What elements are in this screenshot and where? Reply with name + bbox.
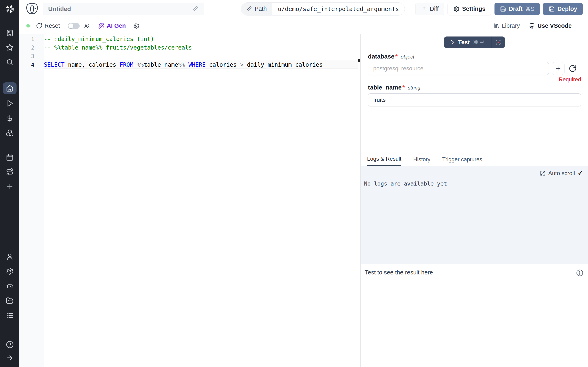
code-line[interactable]: 4SELECT name, calories FROM %%table_name… <box>44 60 358 69</box>
path-label-segment: Path <box>241 3 272 15</box>
arrow-right-icon[interactable] <box>0 354 19 362</box>
test-button-group: Test ⌘↵ <box>444 36 505 48</box>
required-hint: Required <box>368 76 581 83</box>
use-vscode-button[interactable]: Use VScode <box>529 22 572 29</box>
table-name-input[interactable]: fruits <box>368 93 581 106</box>
status-dot <box>26 24 30 27</box>
calendar-icon[interactable] <box>0 154 19 161</box>
overview-ruler-mark <box>358 59 360 62</box>
add-resource-button[interactable] <box>552 62 564 75</box>
database-field-label: database * object <box>368 53 581 60</box>
refresh-resources-button[interactable] <box>569 64 577 73</box>
code-line[interactable]: 3 <box>44 52 358 60</box>
library-icon <box>493 23 500 29</box>
database-placeholder: postgresql resource <box>373 65 424 72</box>
reset-label: Reset <box>44 22 60 29</box>
path-button[interactable]: Path u/demo/safe_interpolated_arguments <box>241 2 405 16</box>
logs-pane: Auto scroll ✓ No logs are available yet <box>361 166 588 264</box>
editor-settings-icon[interactable] <box>133 23 139 29</box>
pencil-icon <box>246 6 252 12</box>
sidebar-item-home[interactable] <box>3 82 17 94</box>
path-label: Path <box>255 6 267 12</box>
auto-scroll-control[interactable]: Auto scroll ✓ <box>540 169 583 177</box>
test-button[interactable]: Test ⌘↵ <box>444 36 491 48</box>
plus-icon <box>555 65 562 72</box>
library-button[interactable]: Library <box>493 22 520 29</box>
editor-gutter <box>19 34 44 367</box>
postgresql-icon <box>25 2 39 16</box>
test-label: Test <box>458 39 470 46</box>
toggle-knob <box>68 24 73 28</box>
capture-button[interactable] <box>492 36 505 48</box>
reset-button[interactable]: Reset <box>36 22 60 29</box>
library-label: Library <box>502 22 520 29</box>
use-vscode-label: Use VScode <box>537 22 572 29</box>
table-name-value: fruits <box>373 97 386 103</box>
required-asterisk: * <box>402 84 405 91</box>
table-name-type: string <box>408 85 420 91</box>
building-icon[interactable] <box>0 29 19 37</box>
draft-label: Draft <box>509 6 523 12</box>
diff-label: Diff <box>430 6 439 12</box>
windmill-logo[interactable] <box>0 3 19 15</box>
save-icon <box>549 6 555 12</box>
route-icon[interactable] <box>0 168 19 176</box>
dollar-icon[interactable] <box>0 114 19 122</box>
edit-title-icon[interactable] <box>192 6 199 12</box>
collab-toggle[interactable] <box>68 23 80 29</box>
diff-button[interactable]: Diff <box>415 3 444 15</box>
path-value: u/demo/safe_interpolated_arguments <box>272 3 405 15</box>
list-icon[interactable] <box>0 312 19 319</box>
draft-button[interactable]: Draft ⌘S <box>494 3 540 15</box>
gear-icon[interactable] <box>0 267 19 275</box>
arguments-form: Test ⌘↵ database * object postgresql res… <box>361 34 588 154</box>
database-label: database <box>368 53 394 60</box>
info-icon[interactable] <box>576 269 584 277</box>
github-icon <box>529 23 535 29</box>
result-tabs: Logs & Result History Trigger captures <box>361 154 588 166</box>
deploy-button[interactable]: Deploy <box>543 3 583 15</box>
code-line[interactable]: 2-- %%table_name%% fruits/vegetables/cer… <box>44 43 358 52</box>
code-line[interactable]: 1-- :daily_minimum_calories (int) <box>44 35 358 43</box>
robot-icon[interactable] <box>0 282 19 290</box>
run-panel: Test ⌘↵ database * object postgresql res… <box>361 34 588 367</box>
sidebar-divider <box>0 75 19 75</box>
cubes-icon[interactable] <box>0 129 19 137</box>
settings-button[interactable]: Settings <box>448 3 491 15</box>
deploy-label: Deploy <box>557 6 577 12</box>
code-lines[interactable]: 1-- :daily_minimum_calories (int)2-- %%t… <box>44 35 358 69</box>
auto-scroll-label: Auto scroll <box>548 170 575 176</box>
result-hint: Test to see the result here <box>365 269 433 276</box>
tab-trigger-captures[interactable]: Trigger captures <box>442 156 482 166</box>
tab-logs-result[interactable]: Logs & Result <box>367 156 401 166</box>
logs-empty-message: No logs are available yet <box>364 180 447 187</box>
sidebar <box>0 0 19 367</box>
user-icon[interactable] <box>0 253 19 260</box>
check-icon[interactable]: ✓ <box>578 169 583 177</box>
settings-label: Settings <box>462 6 485 12</box>
plus-icon[interactable] <box>0 183 19 191</box>
result-pane: Test to see the result here <box>361 264 588 367</box>
star-icon[interactable] <box>0 44 19 51</box>
diff-icon <box>421 6 427 12</box>
test-shortcut: ⌘↵ <box>473 39 485 46</box>
database-type: object <box>401 54 415 60</box>
refresh-icon <box>36 23 42 29</box>
play-icon <box>450 40 455 45</box>
help-icon[interactable] <box>0 341 19 349</box>
users-icon[interactable] <box>84 23 90 29</box>
expand-icon[interactable] <box>540 170 545 176</box>
folder-open-icon[interactable] <box>0 297 19 305</box>
search-icon[interactable] <box>0 58 19 66</box>
script-title: Untitled <box>48 6 71 12</box>
play-icon[interactable] <box>0 100 19 107</box>
ai-gen-button[interactable]: AI Gen <box>98 22 126 29</box>
table-name-label: table_name <box>368 84 402 91</box>
draft-shortcut: ⌘S <box>525 6 534 12</box>
script-title-field[interactable]: Untitled <box>43 3 204 15</box>
refresh-icon <box>569 64 577 73</box>
capture-icon <box>495 39 501 45</box>
tab-history[interactable]: History <box>413 156 430 166</box>
database-input[interactable]: postgresql resource <box>368 62 549 75</box>
code-editor[interactable]: 1-- :daily_minimum_calories (int)2-- %%t… <box>19 34 360 367</box>
